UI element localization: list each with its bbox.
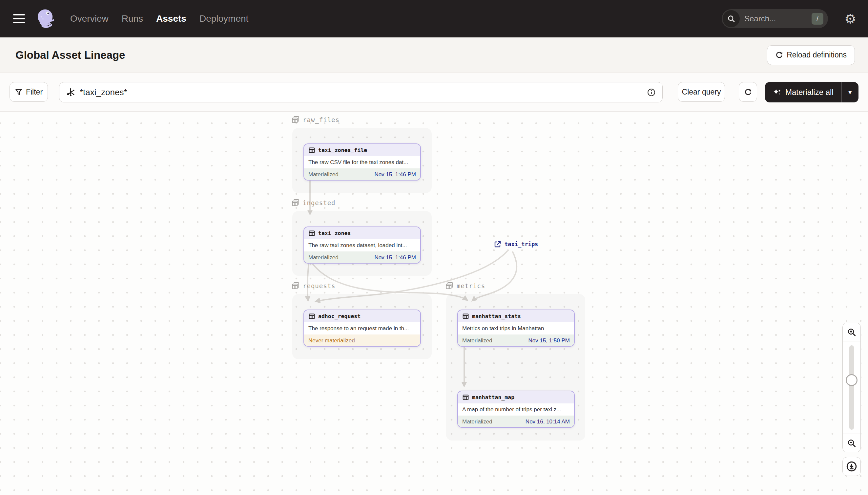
- asset-selection-input[interactable]: [80, 87, 647, 98]
- zoom-in-icon: [847, 327, 856, 337]
- zoom-out-button[interactable]: [843, 433, 861, 452]
- global-search[interactable]: /: [722, 9, 828, 28]
- refresh-icon: [744, 88, 752, 96]
- materialization-timestamp[interactable]: Nov 16, 10:14 AM: [526, 419, 570, 425]
- group-label-raw-files[interactable]: raw_files: [291, 116, 339, 124]
- asset-status-bar: Never materialized: [304, 335, 420, 347]
- table-stack-icon: [291, 116, 300, 124]
- download-icon: [846, 461, 857, 472]
- asset-status-bar: Materialized Nov 15, 1:46 PM: [304, 252, 420, 263]
- asset-node-taxi-zones-file[interactable]: taxi_zones_file The raw CSV file for the…: [303, 143, 421, 181]
- zoom-in-button[interactable]: [843, 323, 861, 341]
- group-label-metrics[interactable]: metrics: [445, 281, 485, 290]
- asset-description: The raw CSV file for the taxi zones dat.…: [304, 156, 420, 168]
- funnel-icon: [15, 88, 23, 96]
- asset-node-adhoc-request[interactable]: adhoc_request The response to an request…: [303, 309, 421, 347]
- table-icon: [308, 147, 315, 154]
- info-icon[interactable]: [647, 88, 656, 97]
- refresh-icon: [775, 51, 783, 59]
- materialization-timestamp[interactable]: Nov 15, 1:46 PM: [374, 171, 416, 178]
- zoom-out-icon: [847, 438, 856, 448]
- group-label-ingested[interactable]: ingested: [291, 199, 336, 207]
- external-link-icon: [494, 240, 501, 248]
- materialize-dropdown-button[interactable]: ▾: [842, 82, 858, 102]
- page-header: Global Asset Lineage Reload definitions: [0, 37, 868, 73]
- zoom-slider[interactable]: [843, 341, 861, 433]
- sparkle-icon: [773, 89, 781, 96]
- table-icon: [308, 313, 315, 320]
- asset-description: The response to an request made in th...: [304, 322, 420, 335]
- asset-description: Metrics on taxi trips in Manhattan: [458, 322, 574, 335]
- clear-query-button[interactable]: Clear query: [678, 82, 725, 102]
- zoom-controls: [843, 323, 861, 452]
- zoom-slider-track: [849, 345, 854, 430]
- edge-taxi-trips-to-manhattan-stats: [472, 252, 517, 301]
- asset-selection-icon: [66, 88, 75, 97]
- asset-status-bar: Materialized Nov 16, 10:14 AM: [458, 415, 574, 428]
- page-title: Global Asset Lineage: [15, 49, 125, 62]
- refresh-graph-button[interactable]: [739, 82, 757, 102]
- nav-item-runs[interactable]: Runs: [122, 14, 143, 24]
- asset-selection-box: [59, 82, 663, 102]
- asset-node-manhattan-map[interactable]: manhattan_map A map of the number of tri…: [457, 391, 575, 428]
- chevron-down-icon: ▾: [848, 88, 852, 96]
- asset-status-bar: Materialized Nov 15, 1:50 PM: [458, 335, 574, 347]
- nav-item-assets[interactable]: Assets: [156, 14, 186, 24]
- materialize-all-split-button: Materialize all ▾: [765, 82, 858, 102]
- asset-node-manhattan-stats[interactable]: manhattan_stats Metrics on taxi trips in…: [457, 309, 575, 347]
- asset-description: The raw taxi zones dataset, loaded int..…: [304, 239, 420, 252]
- external-asset-taxi-trips[interactable]: taxi_trips: [494, 240, 538, 248]
- zoom-slider-handle[interactable]: [846, 374, 857, 386]
- menu-icon[interactable]: [13, 14, 25, 23]
- materialization-timestamp[interactable]: Nov 15, 1:50 PM: [528, 338, 570, 344]
- filter-button[interactable]: Filter: [10, 82, 48, 102]
- asset-node-taxi-zones[interactable]: taxi_zones The raw taxi zones dataset, l…: [303, 226, 421, 263]
- top-nav-bar: Overview Runs Assets Deployment / ⚙: [0, 0, 868, 37]
- lineage-canvas[interactable]: raw_files ingested requests metrics taxi…: [0, 112, 868, 495]
- asset-status-bar: Materialized Nov 15, 1:46 PM: [304, 168, 420, 181]
- search-input[interactable]: [744, 14, 812, 23]
- materialize-all-button[interactable]: Materialize all: [765, 82, 842, 102]
- search-icon: [723, 10, 740, 27]
- dagster-logo-icon[interactable]: [34, 7, 57, 30]
- table-stack-icon: [291, 281, 300, 290]
- table-icon: [308, 230, 315, 237]
- nav-item-deployment[interactable]: Deployment: [199, 14, 248, 24]
- lineage-toolbar: Filter Clear query Materialize all: [0, 73, 868, 112]
- materialization-timestamp[interactable]: Nov 15, 1:46 PM: [374, 254, 416, 261]
- asset-description: A map of the number of trips per taxi z.…: [458, 404, 574, 415]
- reload-definitions-button[interactable]: Reload definitions: [767, 45, 855, 65]
- search-shortcut-badge: /: [812, 13, 823, 24]
- lineage-edges: [0, 112, 868, 495]
- app-root: Overview Runs Assets Deployment / ⚙ Glob…: [0, 0, 868, 495]
- download-image-button[interactable]: [843, 457, 861, 476]
- table-stack-icon: [445, 281, 454, 290]
- settings-gear-icon[interactable]: ⚙: [844, 12, 856, 25]
- table-stack-icon: [291, 199, 300, 207]
- table-icon: [462, 313, 469, 320]
- group-label-requests[interactable]: requests: [291, 281, 336, 290]
- table-icon: [462, 394, 469, 401]
- nav-item-overview[interactable]: Overview: [70, 14, 109, 24]
- primary-nav: Overview Runs Assets Deployment: [70, 14, 248, 24]
